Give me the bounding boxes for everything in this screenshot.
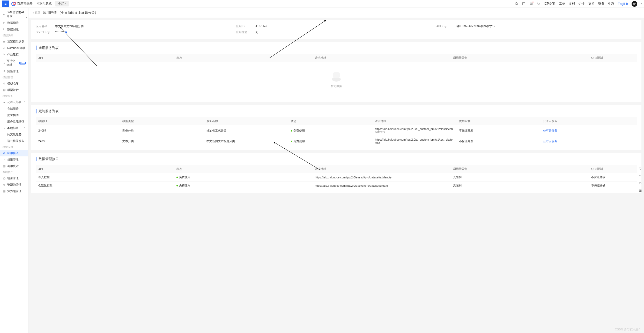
nav-billing[interactable]: 财务	[598, 2, 604, 6]
sidebar-item-icon: ◻	[3, 21, 6, 25]
logo[interactable]: 百度智能云	[11, 2, 33, 6]
cell-url: https://aip.baidubce.com/rpc/2.0/ai_cust…	[372, 136, 456, 147]
sidebar-item[interactable]: ⧉资源池管理	[0, 182, 28, 188]
table-header: 服务名称	[204, 117, 288, 125]
back-link[interactable]: < 返回	[33, 11, 41, 15]
sidebar-item[interactable]: ⚙模型仓库	[0, 80, 28, 87]
search-icon[interactable]	[515, 2, 519, 6]
status-dot-icon	[176, 185, 178, 186]
nav-ticket[interactable]: 工单	[559, 2, 565, 6]
sidebar-item-icon: ☰	[3, 40, 6, 43]
menu-button[interactable]: ≡	[2, 1, 9, 7]
breadcrumb[interactable]: 控制台总览	[36, 2, 52, 6]
nav-enterprise[interactable]: 企业	[579, 2, 585, 6]
avatar[interactable]: 梦	[632, 1, 637, 7]
collapse-icon[interactable]: ◂	[26, 16, 28, 19]
scope-select[interactable]: 全局 ▾	[55, 1, 69, 6]
cell-name: 中文新闻文本标题分类	[204, 136, 288, 147]
sidebar-item[interactable]: ⊕应用接入	[0, 150, 28, 156]
topbar-right: ICP备案 工单 文档 企业 支持 财务 生态 English 梦 ▾	[515, 1, 642, 7]
beta-badge: Beta	[19, 62, 26, 64]
help-icon[interactable]: ?	[638, 174, 642, 178]
nav-support[interactable]: 支持	[588, 2, 595, 6]
sidebar-item-label: 预置模型调参	[7, 40, 24, 44]
sidebar-item[interactable]: ▢镜像管理	[0, 175, 28, 182]
data-api-table: API状态请求地址调用量限制QPS限制 导入数据免费使用https://aip.…	[36, 165, 637, 190]
table-header: API	[36, 165, 174, 173]
sidebar-product-title[interactable]: ◈ BML全功能AI开发	[0, 9, 28, 20]
sidebar-item-icon: ↻	[3, 28, 6, 31]
sidebar-subitem[interactable]: 批量预测	[0, 112, 28, 118]
diamond-icon: ◈	[3, 13, 5, 16]
table-header: QPS限制	[589, 165, 637, 173]
cell-type: 图像分类	[120, 125, 204, 136]
eye-icon[interactable]: ◉	[65, 30, 68, 34]
sidebar-item[interactable]: ⇢可视化建模Beta	[0, 58, 28, 68]
sidebar-item[interactable]: ▾本地部署⌃	[0, 125, 28, 131]
sidebar-item-label: 调用统计	[7, 164, 19, 168]
sidebar-item-label: 数据回流	[7, 27, 19, 31]
sidebar-subitem[interactable]: 在线服务	[0, 105, 28, 112]
cell-status: 免费使用	[174, 173, 312, 182]
cell-status: 免费使用	[174, 182, 312, 190]
sidebar-item[interactable]: ☁公有云部署⌃	[0, 99, 28, 105]
cell-qps: 不保证并发	[589, 182, 637, 190]
table-header: QPS限制	[589, 54, 637, 62]
info-app-desc: 应用描述： 无	[236, 29, 436, 35]
cell-service[interactable]: 公有云服务	[541, 125, 637, 136]
sidebar-item-label: 可视化建模	[6, 59, 17, 67]
sidebar-item[interactable]: ▥调用统计	[0, 163, 28, 169]
nav-icp[interactable]: ICP备案	[544, 2, 555, 6]
sidebar-group: 模型管理	[0, 75, 28, 80]
svg-line-1	[517, 4, 518, 5]
sidebar-group: 基础资产	[0, 169, 28, 175]
empty-text: 暂无数据	[36, 84, 637, 88]
table-row: 创建数据集免费使用https://aip.baidubce.com/rpc/2.…	[36, 182, 637, 190]
cell-type: 文本分类	[120, 136, 204, 147]
sidebar-item-icon: ▦	[3, 190, 6, 193]
table-header: 模型ID	[36, 117, 120, 125]
sidebar-group: 模型应用	[0, 144, 28, 150]
heart-icon[interactable]: ♡	[638, 166, 642, 171]
scope-label: 全局	[58, 2, 64, 6]
sidebar-item[interactable]: ⚗实验管理	[0, 68, 28, 75]
table-header: 状态	[288, 117, 372, 125]
phone-icon[interactable]: ✆	[638, 181, 642, 186]
nav-lang[interactable]: English	[618, 2, 628, 6]
grid-icon[interactable]: ▦	[638, 188, 642, 193]
sidebar-item[interactable]: ✎作业建模	[0, 51, 28, 58]
table-header: 请求地址	[372, 117, 456, 125]
sidebar-item-icon: ☁	[3, 101, 6, 104]
sidebar-item[interactable]: ↻数据回流	[0, 26, 28, 33]
svg-point-6	[539, 5, 539, 5]
nav-ecosystem[interactable]: 生态	[608, 2, 614, 6]
scan-icon[interactable]	[522, 2, 526, 6]
table-row: 24087图像分类抽油机工况分类免费使用https://aip.baidubce…	[36, 125, 637, 136]
sidebar-subitem[interactable]: 服务性能评估	[0, 118, 28, 125]
sidebar-item-label: Notebook建模	[7, 46, 25, 50]
message-icon[interactable]	[529, 2, 533, 6]
table-row: 24095文本分类中文新闻文本标题分类免费使用https://aip.baidu…	[36, 136, 637, 147]
cell-name: 抽油机工况分类	[204, 125, 288, 136]
nav-docs[interactable]: 文档	[569, 2, 575, 6]
chevron-icon: ⌃	[24, 101, 26, 103]
sidebar-item[interactable]: ✓权限管理	[0, 156, 28, 163]
sidebar-item[interactable]: ▤模型评估	[0, 87, 28, 93]
sidebar-item-icon: ▢	[3, 177, 6, 180]
cell-service[interactable]: 公有云服务	[541, 136, 637, 147]
sidebar-item[interactable]: ◻数据增强	[0, 20, 28, 26]
sidebar-item[interactable]: ☰预置模型调参	[0, 38, 28, 45]
table-header: 状态	[174, 165, 312, 173]
sidebar-item-icon: ⇢	[3, 61, 5, 64]
cell-id: 24095	[36, 136, 120, 147]
general-service-table: API状态请求地址调用量限制QPS限制	[36, 54, 637, 62]
sidebar-subitem[interactable]: 纯离线服务	[0, 131, 28, 138]
cart-icon[interactable]	[537, 2, 540, 6]
sidebar-item[interactable]: ▦算力包管理	[0, 188, 28, 194]
sidebar-item-icon: ✓	[3, 158, 6, 161]
avatar-chevron-icon[interactable]: ▾	[641, 3, 642, 5]
svg-point-5	[538, 5, 538, 5]
sidebar-item[interactable]: ◇Notebook建模	[0, 45, 28, 51]
sidebar-subitem[interactable]: 端云协同服务	[0, 138, 28, 144]
cell-limit: 不保证并发	[456, 125, 541, 136]
